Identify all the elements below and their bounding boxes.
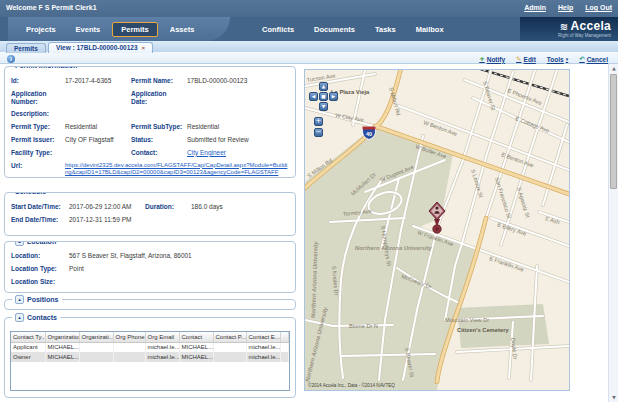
section-title: Schedule [15, 192, 46, 195]
section-title: Permit Information [15, 66, 77, 69]
chevron-down-icon: ▾ [566, 56, 569, 62]
permit-subtype-value: Residential [187, 123, 289, 131]
map-pan-down-button[interactable]: ▼ [319, 102, 328, 111]
document-tab-strip: Permits View : 17BLD-00000-00123× [0, 41, 618, 53]
logout-link[interactable]: Log Out [585, 4, 612, 11]
permit-url-link[interactable]: https://devint2325.dev.accela.com/FLAGST… [65, 162, 287, 176]
section-title: Contacts [27, 314, 57, 321]
column-header[interactable]: Organization [45, 332, 79, 342]
record-toolbar: i +Notify ✎Edit Tools▾ ↶Cancel [0, 53, 618, 64]
start-date-value: 2017-06-29 12:00 AM [69, 203, 141, 211]
cancel-arrow-icon: ↶ [579, 55, 584, 63]
top-bar: Welcome F S Permit Clerk1 Admin Help Log… [0, 0, 618, 17]
permit-issuer-value: City OF Flagstaff [65, 136, 127, 144]
start-date-label: Start Date/Time: [11, 203, 65, 211]
tools-button[interactable]: Tools▾ [547, 56, 568, 63]
collapse-icon[interactable]: ▴ [15, 313, 24, 322]
map-center-button[interactable]: ■ [319, 92, 328, 101]
logo-tagline: Right of Way Management [558, 33, 611, 39]
logo-text: Accela [571, 19, 612, 33]
id-label: Id: [11, 77, 61, 85]
nav-tab-assets[interactable]: Assets [160, 22, 205, 37]
nav-tab-mailbox[interactable]: Mailbox [406, 22, 454, 37]
column-header[interactable]: Organizati... [79, 332, 113, 342]
pencil-icon: ✎ [516, 55, 521, 63]
accela-logo: ≋Accela Right of Way Management [520, 17, 618, 41]
column-header[interactable]: Contact E... [246, 332, 280, 342]
cancel-button[interactable]: ↶Cancel [579, 55, 608, 63]
info-icon[interactable]: i [7, 55, 15, 63]
contact-link[interactable]: City Engineer [187, 149, 226, 156]
map-pan-up-button[interactable]: ▲ [319, 82, 328, 91]
map-pan-left-button[interactable]: ◀ [309, 92, 318, 101]
permit-issuer-label: Permit Issuer: [11, 136, 61, 144]
location-value: 567 S Beaver St, Flagstaff, Arizona, 860… [69, 252, 289, 260]
permit-type-label: Permit Type: [11, 123, 61, 131]
schedule-section: Schedule Start Date/Time: 2017-06-29 12:… [4, 192, 296, 236]
table-row[interactable]: Applicant MICHAEL... michael.le... MICHA… [11, 342, 289, 352]
column-header [280, 332, 289, 342]
map-zoom-out-button[interactable]: − [314, 128, 323, 137]
admin-link[interactable]: Admin [524, 4, 546, 11]
facility-type-value [65, 149, 127, 157]
notify-button[interactable]: +Notify [479, 55, 505, 63]
scroll-up-icon[interactable]: ▲ [609, 64, 618, 73]
plus-icon: + [479, 55, 484, 63]
nav-tab-permits[interactable]: Permits [112, 22, 158, 37]
map-zoom-in-button[interactable]: + [314, 117, 323, 126]
status-value: Submitted for Review [187, 136, 289, 144]
place-label: Citizen's Cemetery [457, 327, 509, 333]
column-header[interactable]: Org Email [145, 332, 179, 342]
column-header[interactable]: Contact P... [213, 332, 246, 342]
end-date-value: 2017-12-31 11:59 PM [69, 216, 141, 224]
nav-tab-documents[interactable]: Documents [304, 22, 365, 37]
column-header[interactable]: Contact [179, 332, 213, 342]
shield-number: 40 [366, 131, 372, 137]
page-scrollbar[interactable]: ▲ ▼ [608, 64, 618, 402]
section-title: Location [27, 241, 56, 245]
column-header[interactable]: Contact Ty... [11, 332, 45, 342]
nav-tab-group: Projects Events Permits Assets [8, 17, 230, 41]
edit-button[interactable]: ✎Edit [516, 55, 536, 63]
street-label: Blome Dr N [349, 323, 378, 329]
nav-tab-events[interactable]: Events [66, 22, 111, 37]
status-label: Status: [131, 136, 183, 144]
nav-tab-tasks[interactable]: Tasks [365, 22, 406, 37]
map[interactable]: 40 Tucson Ave La Plaza Vieja W Clay Ave … [304, 69, 570, 391]
positions-section: ▴ Positions [4, 299, 296, 310]
permit-name-label: Permit Name: [131, 77, 183, 85]
column-header[interactable]: Org Phone [113, 332, 145, 342]
permit-information-section: Permit Information Id: 17-2017-4-6365 Pe… [4, 66, 296, 178]
description-label: Description: [11, 110, 61, 118]
tab-close-icon[interactable]: × [142, 45, 146, 51]
tab-permits-list[interactable]: Permits [6, 43, 46, 53]
nav-tab-projects[interactable]: Projects [16, 22, 66, 37]
contact-label: Contact: [131, 149, 183, 157]
contacts-section: ▴ Contacts Contact Ty... Organization Or… [4, 317, 296, 398]
duration-value: 186.0 days [191, 203, 289, 211]
scroll-down-icon[interactable]: ▼ [609, 393, 618, 402]
collapse-icon[interactable]: ▴ [15, 241, 24, 246]
id-value: 17-2017-4-6365 [65, 77, 127, 85]
map-canvas: 40 Tucson Ave La Plaza Vieja W Clay Ave … [305, 70, 569, 390]
description-value [65, 110, 289, 118]
map-pan-right-button[interactable]: ▶ [329, 92, 338, 101]
application-number-value [65, 90, 127, 106]
nav-tab-conflicts[interactable]: Conflicts [252, 22, 304, 37]
permit-type-value: Residential [65, 123, 127, 131]
logo-wave-icon: ≋ [560, 21, 569, 32]
application-date-label: Application Date: [131, 90, 183, 106]
location-size-value [69, 278, 289, 286]
location-size-label: Location Size: [11, 278, 65, 286]
permit-subtype-label: Permit SubType: [131, 123, 183, 131]
location-section: ▴ Location Location: 567 S Beaver St, Fl… [4, 241, 296, 293]
contacts-table: Contact Ty... Organization Organizati...… [10, 331, 290, 391]
duration-label: Duration: [145, 203, 187, 211]
help-link[interactable]: Help [558, 4, 573, 11]
location-type-value: Point [69, 265, 289, 273]
table-row[interactable]: Owner MICHAEL... michael.le... MICHAEL..… [11, 352, 289, 362]
scrollbar-thumb[interactable] [610, 74, 617, 189]
tab-view-permit[interactable]: View : 17BLD-00000-00123× [48, 42, 153, 53]
street-label: Mountain View Dr [445, 317, 489, 323]
collapse-icon[interactable]: ▴ [15, 295, 24, 304]
